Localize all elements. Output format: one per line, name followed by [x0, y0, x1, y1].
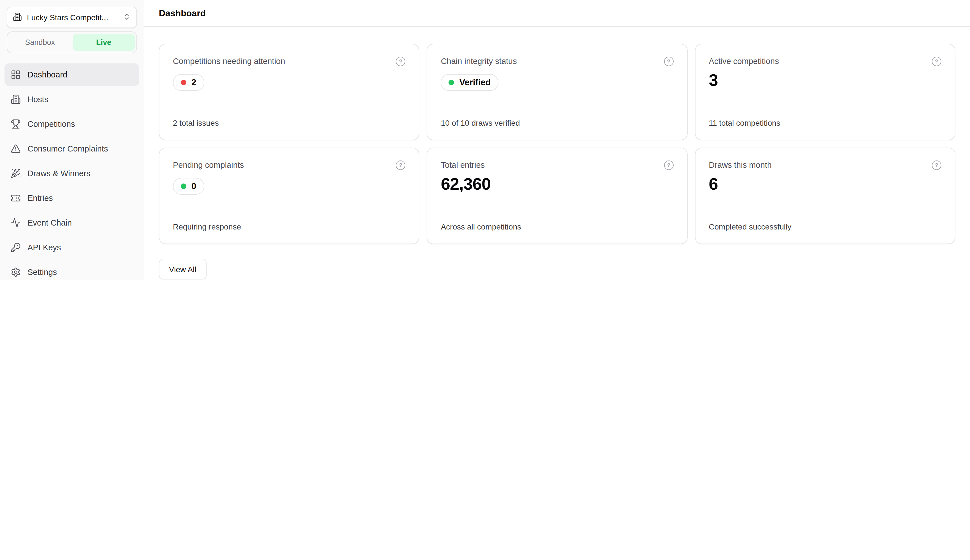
page-header: Dashboard	[144, 0, 970, 27]
page-title: Dashboard	[159, 8, 206, 18]
sidebar-item-event-chain[interactable]: Event Chain	[5, 212, 139, 234]
stat-card-title: Active competitions	[709, 57, 779, 66]
key-icon	[11, 242, 21, 253]
building-icon	[13, 12, 22, 23]
stat-card-title: Pending complaints	[173, 160, 244, 170]
building-icon	[11, 94, 21, 104]
main-area: Dashboard Competitions needing attention…	[144, 0, 970, 280]
workspace-name: Lucky Stars Competit...	[27, 13, 118, 22]
status-dot	[181, 183, 186, 189]
env-sandbox-button[interactable]: Sandbox	[9, 34, 71, 51]
stat-card-competitions-needing-attention: Competitions needing attention ? 2 2 tot…	[159, 44, 420, 140]
page-content: Competitions needing attention ? 2 2 tot…	[144, 27, 970, 280]
stat-caption: Completed successfully	[709, 222, 942, 231]
stats-grid: Competitions needing attention ? 2 2 tot…	[159, 44, 955, 244]
party-popper-icon	[11, 168, 21, 178]
stat-caption: 10 of 10 draws verified	[441, 118, 674, 127]
app-root: Lucky Stars Competit... Sandbox Live Das…	[0, 0, 970, 280]
alert-triangle-icon	[11, 143, 21, 154]
trophy-icon	[11, 119, 21, 129]
sidebar-item-competitions[interactable]: Competitions	[5, 113, 139, 135]
environment-toggle: Sandbox Live	[7, 32, 137, 53]
stat-value: Verified	[459, 77, 491, 88]
stat-value: 62,360	[441, 175, 674, 193]
gear-icon	[11, 267, 21, 277]
stat-card-title: Chain integrity status	[441, 57, 517, 66]
sidebar-item-api-keys[interactable]: API Keys	[5, 236, 139, 259]
sidebar-item-consumer-complaints[interactable]: Consumer Complaints	[5, 137, 139, 160]
status-dot	[449, 80, 454, 85]
sidebar-item-draws-winners[interactable]: Draws & Winners	[5, 162, 139, 185]
stat-value: 3	[709, 71, 942, 90]
stat-value: 2	[191, 77, 196, 88]
stat-card-draws-this-month: Draws this month ? 6 Completed successfu…	[695, 148, 955, 244]
sidebar-item-hosts[interactable]: Hosts	[5, 88, 139, 110]
help-icon[interactable]: ?	[932, 160, 942, 170]
dashboard-icon	[11, 70, 21, 80]
stat-value: 6	[709, 175, 942, 193]
stat-value-pill: 2	[173, 74, 204, 91]
sidebar-top: Lucky Stars Competit... Sandbox Live Das…	[0, 0, 144, 280]
workspace-switcher[interactable]: Lucky Stars Competit...	[7, 7, 137, 28]
stat-card-title: Draws this month	[709, 160, 771, 170]
stat-card-active-competitions: Active competitions ? 3 11 total competi…	[695, 44, 955, 140]
stat-caption: Across all competitions	[441, 222, 674, 231]
help-icon[interactable]: ?	[664, 57, 673, 66]
help-icon[interactable]: ?	[932, 57, 942, 66]
chevrons-up-down-icon	[123, 13, 131, 22]
sidebar-item-dashboard[interactable]: Dashboard	[5, 63, 139, 86]
stat-value-pill: 0	[173, 178, 204, 195]
status-dot	[181, 80, 186, 85]
stat-caption: 2 total issues	[173, 118, 406, 127]
view-all-button[interactable]: View All	[159, 259, 207, 280]
help-icon[interactable]: ?	[396, 57, 406, 66]
stat-card-title: Total entries	[441, 160, 485, 170]
stat-card-total-entries: Total entries ? 62,360 Across all compet…	[427, 148, 688, 244]
sidebar-item-settings[interactable]: Settings	[5, 261, 139, 280]
sidebar-item-entries[interactable]: Entries	[5, 187, 139, 209]
help-icon[interactable]: ?	[664, 160, 673, 170]
stat-value-pill: Verified	[441, 74, 499, 91]
stat-card-pending-complaints: Pending complaints ? 0 Requiring respons…	[159, 148, 420, 244]
stat-card-title: Competitions needing attention	[173, 57, 285, 66]
help-icon[interactable]: ?	[396, 160, 406, 170]
stat-value: 0	[191, 181, 196, 191]
activity-icon	[11, 218, 21, 228]
env-live-button[interactable]: Live	[73, 34, 135, 51]
stat-caption: Requiring response	[173, 222, 406, 231]
sidebar-nav: Dashboard Hosts Competitions Consumer Co…	[0, 60, 144, 280]
ticket-icon	[11, 193, 21, 203]
stat-caption: 11 total competitions	[709, 118, 942, 127]
sidebar: Lucky Stars Competit... Sandbox Live Das…	[0, 0, 144, 280]
stat-card-chain-integrity: Chain integrity status ? Verified 10 of …	[427, 44, 688, 140]
